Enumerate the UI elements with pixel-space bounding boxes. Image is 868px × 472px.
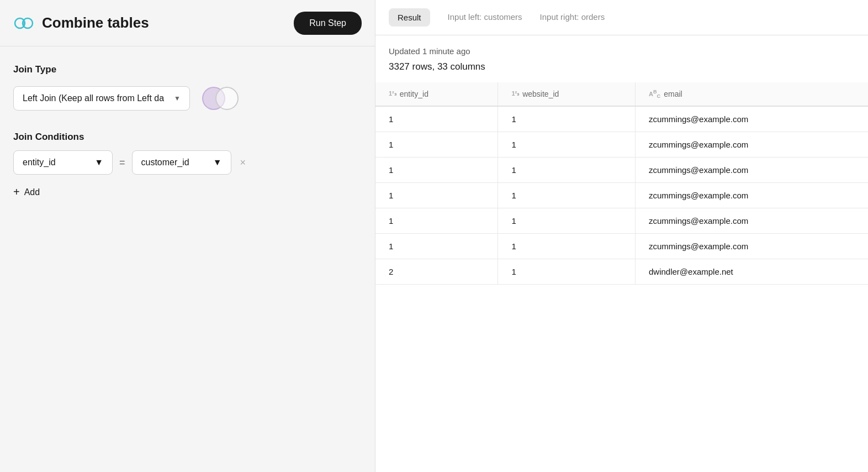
cell-entity_id: 1 (375, 208, 498, 233)
tab-input-left[interactable]: Input left: customers (448, 1, 522, 34)
left-content: Join Type Left Join (Keep all rows from … (0, 46, 375, 472)
result-meta: Updated 1 minute ago 3327 rows, 33 colum… (375, 35, 868, 82)
join-type-row: Left Join (Keep all rows from Left da ▼ (13, 83, 362, 114)
type-icon-website-id: 1²₃ (511, 90, 519, 97)
cell-entity_id: 1 (375, 132, 498, 157)
cell-entity_id: 2 (375, 259, 498, 284)
cell-website_id: 1 (498, 208, 636, 233)
table-row: 11zcummings@example.com (375, 208, 868, 233)
col-header-entity-id: 1²₃ entity_id (375, 82, 498, 106)
updated-text: Updated 1 minute ago (389, 46, 855, 56)
table-row: 11zcummings@example.com (375, 106, 868, 132)
chevron-down-icon: ▼ (174, 95, 181, 102)
tabs-bar: Result Input left: customers Input right… (375, 0, 868, 35)
chevron-down-icon-right: ▼ (213, 158, 222, 167)
cell-website_id: 1 (498, 259, 636, 284)
cell-entity_id: 1 (375, 157, 498, 182)
condition-right-value: customer_id (141, 158, 189, 167)
left-panel: Combine tables Run Step Join Type Left J… (0, 0, 375, 472)
add-label: Add (24, 187, 40, 197)
tab-result[interactable]: Result (389, 8, 430, 27)
type-icon-email: ABC (649, 89, 660, 99)
table-row: 11zcummings@example.com (375, 182, 868, 208)
table-row: 11zcummings@example.com (375, 157, 868, 182)
cell-email: zcummings@example.com (635, 157, 868, 182)
table-row: 21dwindler@example.net (375, 259, 868, 284)
header-left: Combine tables (13, 13, 149, 34)
cell-entity_id: 1 (375, 182, 498, 208)
data-table: 1²₃ entity_id 1²₃ website_id ABC e (375, 82, 868, 472)
cell-website_id: 1 (498, 132, 636, 157)
join-type-label: Join Type (13, 64, 362, 75)
cell-website_id: 1 (498, 106, 636, 132)
col-header-email: ABC email (635, 82, 868, 106)
page-title: Combine tables (42, 14, 149, 32)
cell-website_id: 1 (498, 157, 636, 182)
cell-website_id: 1 (498, 233, 636, 259)
cell-email: zcummings@example.com (635, 132, 868, 157)
col-label-website-id: website_id (522, 90, 559, 98)
plus-icon: + (13, 186, 20, 198)
cell-email: zcummings@example.com (635, 233, 868, 259)
equals-sign: = (119, 157, 125, 169)
join-conditions-section: Join Conditions entity_id ▼ = customer_i… (13, 132, 362, 201)
cell-email: zcummings@example.com (635, 182, 868, 208)
combine-tables-icon (13, 13, 34, 34)
cell-entity_id: 1 (375, 106, 498, 132)
table-header: 1²₃ entity_id 1²₃ website_id ABC e (375, 82, 868, 106)
rows-info: 3327 rows, 33 columns (389, 61, 855, 72)
tab-input-right[interactable]: Input right: orders (540, 1, 605, 34)
header: Combine tables Run Step (0, 0, 375, 46)
table-row: 11zcummings@example.com (375, 233, 868, 259)
table-row: 11zcummings@example.com (375, 132, 868, 157)
add-condition-button[interactable]: + Add (13, 183, 40, 201)
venn-diagram (199, 83, 243, 114)
venn-circle-right (215, 87, 239, 110)
remove-condition-button[interactable]: × (238, 155, 248, 171)
col-label-email: email (664, 90, 682, 98)
cell-email: zcummings@example.com (635, 106, 868, 132)
type-icon-entity-id: 1²₃ (389, 90, 396, 97)
right-panel: Result Input left: customers Input right… (375, 0, 868, 472)
results-table: 1²₃ entity_id 1²₃ website_id ABC e (375, 82, 868, 285)
cell-email: dwindler@example.net (635, 259, 868, 284)
cell-entity_id: 1 (375, 233, 498, 259)
cell-email: zcummings@example.com (635, 208, 868, 233)
condition-right-select[interactable]: customer_id ▼ (132, 150, 231, 175)
table-body: 11zcummings@example.com11zcummings@examp… (375, 106, 868, 285)
chevron-down-icon-left: ▼ (94, 158, 103, 167)
cell-website_id: 1 (498, 182, 636, 208)
join-type-select[interactable]: Left Join (Keep all rows from Left da ▼ (13, 86, 190, 111)
col-label-entity-id: entity_id (400, 90, 428, 98)
condition-left-value: entity_id (23, 158, 56, 167)
join-type-value: Left Join (Keep all rows from Left da (23, 93, 164, 103)
join-conditions-label: Join Conditions (13, 132, 362, 143)
condition-row: entity_id ▼ = customer_id ▼ × (13, 150, 362, 175)
condition-left-select[interactable]: entity_id ▼ (13, 150, 113, 175)
run-step-button[interactable]: Run Step (294, 12, 362, 35)
col-header-website-id: 1²₃ website_id (498, 82, 636, 106)
